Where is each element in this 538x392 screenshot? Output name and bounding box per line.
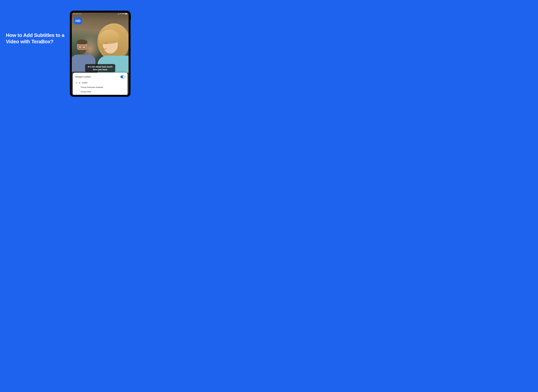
subtitle-options-list: AI English Choose Indonesian language Ch…	[73, 80, 128, 95]
tablet-screen: 9:41 Mon Jun 6 100% HD	[72, 13, 129, 95]
video-content-illustration	[73, 36, 91, 64]
subtitle-option-spanish[interactable]: Choose Spanish	[73, 94, 128, 95]
intelligent-subtitles-toggle[interactable]	[121, 75, 125, 78]
subtitle-option-hindi[interactable]: Choose Hindi	[73, 89, 128, 94]
ai-tag: AI	[79, 82, 80, 84]
subtitle-option-label: Choose Hindi	[81, 91, 91, 93]
check-icon	[75, 82, 78, 84]
hd-badge[interactable]: HD	[74, 18, 82, 24]
svg-rect-0	[118, 14, 118, 14]
subtitle-caption: It's not about how much time you have	[85, 64, 115, 72]
toggle-knob	[123, 76, 125, 78]
subtitle-option-english[interactable]: AI English	[73, 80, 128, 85]
svg-rect-2	[119, 14, 119, 14]
promo-stage: How to Add Subtitles to a Video with Ter…	[0, 0, 146, 96]
subtitle-option-label: Choose Indonesian language	[81, 86, 103, 88]
subtitles-sheet: Intelligent subtitles AI English Ch	[73, 73, 128, 95]
cellular-icon	[118, 13, 120, 14]
svg-rect-1	[118, 14, 119, 14]
promo-headline: How to Add Subtitles to a Video with Ter…	[6, 32, 66, 45]
sheet-header: Intelligent subtitles	[73, 75, 128, 80]
svg-point-4	[121, 14, 121, 14]
battery-icon	[125, 13, 127, 14]
subtitle-option-label: English	[82, 82, 88, 84]
svg-rect-3	[119, 13, 119, 14]
status-bar: 9:41 Mon Jun 6 100%	[72, 13, 129, 15]
video-content-illustration	[96, 20, 129, 71]
status-bar-right: 100%	[118, 13, 127, 14]
status-date: Mon Jun 6	[76, 13, 81, 14]
status-bar-left: 9:41 Mon Jun 6	[73, 13, 81, 14]
hd-badge-label: HD	[75, 19, 80, 23]
tablet-device-frame: 9:41 Mon Jun 6 100% HD	[70, 11, 130, 97]
wifi-icon	[120, 13, 121, 14]
sheet-title: Intelligent subtitles	[75, 76, 91, 78]
subtitle-option-indonesian[interactable]: Choose Indonesian language	[73, 85, 128, 89]
status-battery-label: 100%	[122, 13, 125, 14]
status-time: 9:41	[73, 13, 75, 14]
